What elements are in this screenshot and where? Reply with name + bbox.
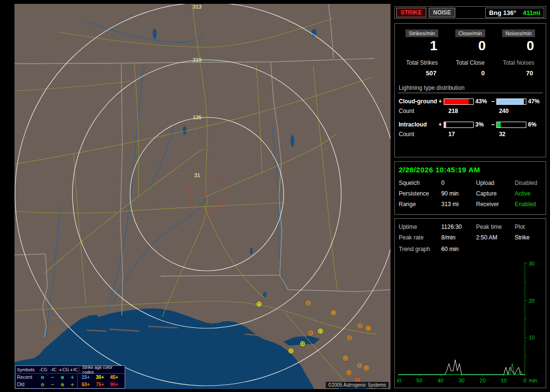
age-15-label: 15+: [77, 374, 95, 381]
pos-cg-icon: ⊕: [58, 382, 68, 387]
svg-text:20: 20: [480, 378, 486, 383]
age-45-label: 45+: [109, 375, 123, 380]
strikes-per-min-value: 1: [430, 39, 437, 53]
cloud-ground-row: Cloud-ground + 43% − 47%: [398, 98, 543, 105]
cg-positive-count: 218: [442, 108, 492, 114]
svg-text:0: 0: [523, 378, 526, 383]
distribution-title: Lightning type distribution: [398, 84, 543, 93]
squelch-label: Squelch: [399, 180, 441, 186]
legend-row-recent: Recent ⊖ − ⊕ + 15+ 30+ 45+: [15, 374, 125, 381]
noise-mode-button[interactable]: NOISE: [429, 8, 455, 17]
bearing-readout: Bng 136° 411mi: [485, 8, 544, 18]
copyright-text: ©2005 Astrogenic Systems: [326, 382, 389, 388]
count-label: Count: [399, 108, 442, 114]
uptime-label: Uptime: [399, 224, 441, 230]
count-label: Count: [399, 131, 442, 138]
trend-graph: 1020306050403020100min: [397, 260, 544, 385]
legend-col-neg-ic: -IC: [48, 367, 58, 372]
svg-text:50: 50: [417, 378, 422, 383]
cloud-ground-counts: Count 218 240: [398, 108, 543, 114]
peak-time-value: 2:50 AM: [476, 234, 515, 241]
cloud-ground-label: Cloud-ground: [399, 98, 437, 105]
legend-title: Symbols: [17, 367, 38, 372]
range-value: 313 mi: [441, 201, 476, 208]
age-90-label: 90+: [109, 382, 123, 387]
age-30-label: 30+: [95, 375, 109, 380]
cg-negative-count: 240: [492, 108, 543, 114]
svg-text:min: min: [529, 378, 537, 383]
datetime-display: 2/28/2026 10:45:19 AM: [398, 166, 543, 174]
range-ring-label: 31: [194, 172, 200, 178]
legend-header: Symbols -CG -IC +CG +IC Strike age color…: [15, 366, 125, 374]
minus-sign: −: [490, 98, 495, 105]
svg-text:10: 10: [529, 335, 535, 340]
ic-negative-count: 32: [492, 131, 543, 138]
persistence-value: 90 min: [441, 190, 476, 197]
svg-text:30: 30: [529, 261, 535, 266]
strike-mode-button[interactable]: STRIKE: [396, 8, 426, 17]
svg-text:40: 40: [437, 378, 443, 383]
close-per-min-counter: Close/min 0 Total Close 0: [446, 29, 494, 77]
status-panel: 2/28/2026 10:45:19 AM Squelch 0 Upload D…: [394, 161, 546, 215]
cg-negative-pct: 47%: [527, 98, 543, 105]
plus-sign: +: [437, 121, 443, 128]
map-svg: 31321912531: [14, 4, 391, 389]
svg-text:30: 30: [459, 378, 464, 383]
cg-negative-bar: [496, 98, 526, 105]
age-75-label: 75+: [95, 382, 109, 387]
ic-negative-pct: 6%: [527, 121, 543, 128]
noises-per-min-label: Noises/min: [502, 29, 535, 37]
svg-text:10: 10: [501, 378, 507, 383]
range-ring-label: 313: [193, 4, 202, 10]
persistence-label: Persistence: [399, 190, 441, 197]
stats-panel: Strikes/min 1 Total Strikes 507 Close/mi…: [394, 23, 546, 157]
pos-ic-icon: +: [67, 382, 77, 387]
uptime-value: 1126:30: [441, 224, 476, 230]
cg-positive-pct: 43%: [475, 98, 490, 105]
rate-counters: Strikes/min 1 Total Strikes 507 Close/mi…: [398, 29, 543, 77]
total-close-label: Total Close: [456, 59, 484, 66]
lightning-map[interactable]: 31321912531 Symbols -CG -IC +CG +IC Stri…: [14, 4, 391, 389]
strikes-per-min-counter: Strikes/min 1 Total Strikes 507: [398, 29, 446, 77]
total-close-value: 0: [481, 70, 485, 77]
status-grid: Squelch 0 Upload Disabled Persistence 90…: [398, 180, 543, 208]
neg-ic-icon: −: [47, 375, 58, 380]
capture-status: Active: [515, 190, 543, 197]
nexstorm-window: 31321912531 Symbols -CG -IC +CG +IC Stri…: [0, 0, 550, 392]
legend-row-label: Recent: [17, 375, 38, 380]
svg-text:20: 20: [529, 298, 535, 304]
intracloud-row: Intracloud + 3% − 6%: [398, 121, 543, 128]
bearing-value: Bng 136°: [489, 9, 516, 16]
legend-row-old: Old ⊖ − ⊕ + 60+ 75+ 90+: [15, 381, 125, 388]
noises-per-min-counter: Noises/min 0 Total Noises 70: [494, 29, 543, 77]
capture-label: Capture: [476, 190, 515, 197]
ic-positive-pct: 3%: [475, 121, 490, 128]
plot-label: Plot: [515, 224, 543, 230]
neg-cg-icon: ⊖: [38, 382, 48, 387]
trend-series-noises: [398, 364, 525, 375]
map-legend: Symbols -CG -IC +CG +IC Strike age color…: [15, 365, 125, 389]
total-noises-value: 70: [526, 70, 533, 77]
peak-rate-value: 8/min: [441, 234, 476, 241]
total-noises-label: Total Noises: [503, 59, 534, 66]
receiver-status: Enabled: [515, 201, 543, 208]
neg-ic-icon: −: [47, 382, 58, 387]
noises-per-min-value: 0: [526, 39, 534, 53]
squelch-value: 0: [441, 180, 476, 186]
range-ring-label: 219: [193, 57, 202, 63]
sensor-location-icon: [206, 193, 208, 195]
pos-cg-icon: ⊕: [58, 375, 68, 380]
pos-ic-icon: +: [67, 375, 77, 380]
plot-value: Strike: [515, 234, 543, 241]
minus-sign: −: [490, 121, 495, 128]
upload-label: Upload: [476, 180, 515, 186]
mode-toolbar: STRIKE NOISE Bng 136° 411mi: [394, 6, 546, 19]
trend-series-strikes: [398, 360, 525, 375]
ic-positive-count: 17: [442, 131, 492, 138]
total-strikes-label: Total Strikes: [406, 59, 437, 66]
legend-col-pos-ic: +IC: [69, 367, 79, 372]
legend-col-pos-cg: +CG: [58, 367, 69, 372]
strikes-per-min-label: Strikes/min: [405, 29, 438, 37]
ic-negative-bar: [496, 122, 526, 128]
range-ring-label: 125: [193, 114, 202, 120]
